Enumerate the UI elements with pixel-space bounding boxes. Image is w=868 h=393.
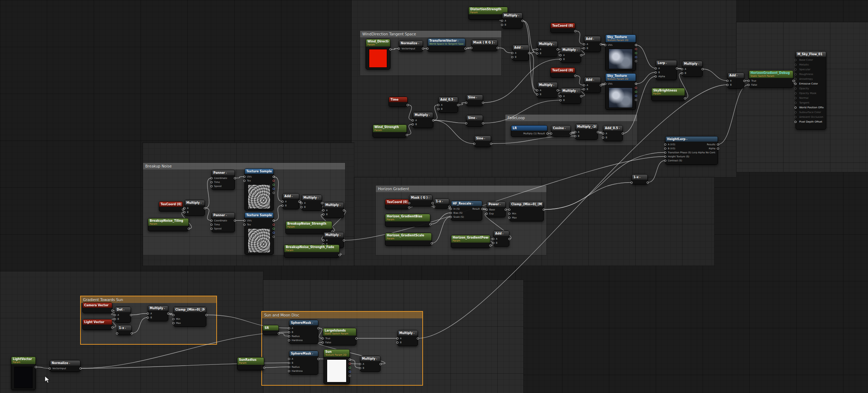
input-pin[interactable]: [681, 72, 683, 74]
node-header[interactable]: Add: [584, 77, 601, 82]
input-pin[interactable]: [322, 209, 325, 212]
input-pin[interactable]: [359, 367, 361, 369]
node-header[interactable]: Wind_DirectionParam: [366, 39, 390, 46]
node-normalize[interactable]: NormalizeVectorInput: [399, 40, 423, 52]
node-1-x[interactable]: 1-x: [632, 174, 648, 184]
output-pin[interactable]: [497, 47, 499, 49]
input-pin[interactable]: [288, 327, 290, 329]
input-pin[interactable]: [748, 80, 750, 82]
input-pin[interactable]: [492, 238, 494, 240]
input-pin[interactable]: [210, 228, 213, 230]
node-header[interactable]: Lerp: [656, 60, 677, 66]
node-header[interactable]: Sine: [467, 115, 483, 120]
input-pin[interactable]: [433, 206, 435, 208]
node-add-0-5[interactable]: Add_0.5AB: [603, 125, 623, 141]
node-add[interactable]: AddAB: [512, 45, 529, 61]
output-pin[interactable]: [204, 207, 206, 209]
material-graph-canvas[interactable]: WindDirection Tangent SpaceFadeLoopBreak…: [0, 0, 868, 393]
input-pin[interactable]: [465, 102, 467, 104]
input-pin[interactable]: [501, 20, 503, 22]
input-pin[interactable]: [794, 83, 797, 85]
output-pin[interactable]: [580, 95, 582, 97]
input-pin[interactable]: [281, 205, 284, 207]
node-normalize[interactable]: NormalizeVectorInput: [50, 360, 81, 372]
input-pin[interactable]: [486, 213, 488, 215]
output-pin[interactable]: [635, 83, 637, 85]
input-pin[interactable]: [49, 367, 51, 370]
output-pin[interactable]: [188, 228, 190, 230]
comment-header[interactable]: FadeLoop: [505, 115, 637, 121]
output-pin[interactable]: [349, 371, 351, 373]
input-pin[interactable]: [655, 71, 657, 74]
node-header[interactable]: TexCoord (0): [551, 23, 575, 28]
node-header[interactable]: Add: [283, 194, 299, 199]
node-horizon-gradientbias[interactable]: Horizon_GradientBiasParam: [385, 214, 430, 227]
node-sine[interactable]: Sine: [466, 94, 483, 106]
input-pin[interactable]: [794, 97, 797, 99]
input-pin[interactable]: [794, 116, 797, 118]
node-header[interactable]: Wind_StrengthParam: [373, 125, 407, 132]
input-pin[interactable]: [655, 75, 657, 78]
node-header[interactable]: Multiply_-10: [576, 124, 598, 129]
node-header[interactable]: Panner: [212, 213, 235, 218]
input-pin[interactable]: [486, 209, 488, 211]
node-header[interactable]: DistortionStrengthParam: [469, 7, 508, 14]
node-time[interactable]: Time: [389, 97, 408, 107]
output-pin[interactable]: [580, 54, 582, 56]
output-pin[interactable]: [278, 332, 280, 334]
node-header[interactable]: TexCoord (0): [159, 202, 183, 207]
node-header[interactable]: Mask ( R G ): [472, 40, 497, 45]
node-transformvector[interactable]: TransformVectorWorld Space to Tangent Sp…: [427, 38, 465, 52]
node-texture-sample[interactable]: Texture SampleUVsTex: [244, 212, 274, 255]
output-pin[interactable]: [635, 60, 637, 62]
input-pin[interactable]: [408, 202, 410, 204]
output-pin[interactable]: [273, 180, 275, 182]
node-header[interactable]: BreakupNoise_StrengthParam: [286, 221, 332, 229]
input-pin[interactable]: [508, 209, 510, 211]
output-pin[interactable]: [408, 206, 410, 209]
input-pin[interactable]: [288, 335, 290, 337]
output-pin[interactable]: [263, 367, 265, 369]
node-spheremask[interactable]: SphereMaskABRadiusHardness: [289, 351, 318, 375]
node-camera-vector[interactable]: Camera Vector: [82, 302, 112, 313]
node-lerp[interactable]: LerpABAlpha: [656, 60, 677, 80]
output-pin[interactable]: [481, 208, 483, 210]
input-pin[interactable]: [114, 314, 116, 316]
input-pin[interactable]: [288, 358, 290, 360]
node-sky-texture[interactable]: Sky_TextureTexture Param 2DUVs: [605, 73, 636, 110]
node-multiply[interactable]: MultiplyAB: [502, 12, 523, 29]
input-pin[interactable]: [560, 95, 562, 97]
output-pin[interactable]: [622, 132, 624, 135]
output-pin[interactable]: [635, 91, 637, 93]
input-pin[interactable]: [604, 83, 606, 85]
node-header[interactable]: Sky_TextureTexture Param 2D: [606, 35, 636, 42]
output-pin[interactable]: [273, 228, 275, 230]
output-pin[interactable]: [273, 224, 275, 226]
input-pin[interactable]: [450, 208, 452, 210]
output-pin[interactable]: [557, 48, 559, 50]
node-header[interactable]: Multiply: [538, 41, 557, 46]
input-pin[interactable]: [602, 132, 604, 135]
input-pin[interactable]: [536, 52, 538, 55]
output-pin[interactable]: [422, 48, 424, 50]
node-header[interactable]: Multiply: [561, 47, 581, 52]
node-lr[interactable]: LRMultiply (1) Result: [511, 125, 547, 137]
output-pin[interactable]: [298, 201, 300, 203]
input-pin[interactable]: [322, 337, 324, 340]
node-cosine[interactable]: Cosine: [551, 125, 571, 137]
node-header[interactable]: SphereMask: [289, 351, 318, 356]
output-pin[interactable]: [574, 30, 576, 32]
input-pin[interactable]: [243, 176, 246, 178]
node-clamp-min-0-max-1[interactable]: Clamp_(Min=0)_(Max=1)MinMax: [509, 201, 544, 221]
node-header[interactable]: Sky_TextureTexture Param 2D: [606, 74, 636, 81]
output-pin[interactable]: [432, 119, 434, 121]
node-header[interactable]: Multiply: [682, 61, 702, 66]
input-pin[interactable]: [602, 136, 604, 139]
input-pin[interactable]: [450, 212, 452, 214]
node-texcoord-0[interactable]: TexCoord (0): [385, 199, 409, 209]
output-pin[interactable]: [349, 375, 351, 377]
output-pin[interactable]: [321, 202, 323, 204]
output-pin[interactable]: [273, 176, 275, 178]
node-header[interactable]: Horizon_GradientBiasParam: [385, 214, 430, 221]
input-pin[interactable]: [243, 220, 246, 222]
